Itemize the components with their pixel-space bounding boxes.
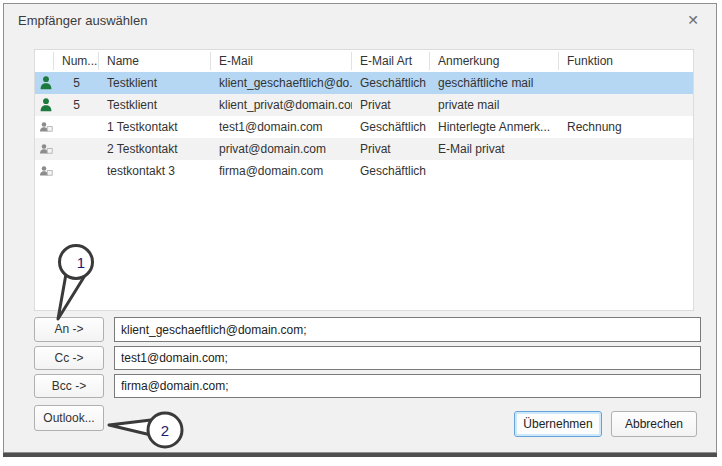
cell-name: Testklient [99, 98, 211, 112]
column-header-email[interactable]: E-Mail [211, 52, 352, 70]
table-row[interactable]: testkontakt 3 firma@domain.com Geschäftl… [35, 160, 693, 182]
callout-2: 2 [109, 413, 182, 447]
outlook-button[interactable]: Outlook... [34, 405, 104, 431]
client-green-icon [38, 75, 54, 91]
cell-anmerkung: geschäftliche mail [430, 76, 559, 90]
contact-gray-icon [38, 163, 54, 179]
cell-email: test1@domain.com [211, 120, 352, 134]
cell-anmerkung: Hinterlegte Anmerk... [430, 120, 559, 134]
cc-button[interactable]: Cc -> [34, 346, 104, 370]
column-header-name[interactable]: Name [99, 52, 211, 70]
cancel-button[interactable]: Abbrechen [611, 411, 697, 437]
cell-email: firma@domain.com [211, 164, 352, 178]
cell-num: 5 [54, 98, 99, 112]
cell-name: Testklient [99, 76, 211, 90]
window-title: Empfänger auswählen [18, 13, 147, 28]
cell-email-art: Geschäftlich [352, 120, 430, 134]
client-green-icon [38, 97, 54, 113]
callout-2-label: 2 [161, 422, 169, 439]
column-header-anmerkung[interactable]: Anmerkung [430, 52, 559, 70]
cell-email-art: Privat [352, 142, 430, 156]
bcc-button[interactable]: Bcc -> [34, 374, 104, 398]
cell-funktion: Rechnung [559, 120, 693, 134]
screen: Empfänger auswählen ✕ Num... Name E-Mail… [0, 0, 722, 466]
an-button[interactable]: An -> [34, 317, 104, 342]
column-header-num[interactable]: Num... [54, 52, 99, 70]
contact-gray-icon [38, 119, 54, 135]
cell-email-art: Geschäftlich [352, 76, 430, 90]
apply-button[interactable]: Übernehmen [514, 411, 602, 437]
cell-email-art: Privat [352, 98, 430, 112]
table-header: Num... Name E-Mail E-Mail Art Anmerkung … [35, 50, 693, 72]
title-bar: Empfänger auswählen ✕ [4, 4, 716, 36]
column-header-icon[interactable] [35, 52, 54, 70]
cell-anmerkung: private mail [430, 98, 559, 112]
cell-name: 2 Testkontakt [99, 142, 211, 156]
cell-email-art: Geschäftlich [352, 164, 430, 178]
cc-field[interactable] [114, 346, 701, 370]
cell-email: privat@domain.com [211, 142, 352, 156]
table-row[interactable]: 5 Testklient klient_privat@domain.com Pr… [35, 94, 693, 116]
table-row[interactable]: 2 Testkontakt privat@domain.com Privat E… [35, 138, 693, 160]
column-header-email-art[interactable]: E-Mail Art [352, 52, 430, 70]
cell-name: testkontakt 3 [99, 164, 211, 178]
close-icon[interactable]: ✕ [684, 11, 702, 29]
cell-email: klient_privat@domain.com [211, 98, 352, 112]
dialog-window: Empfänger auswählen ✕ Num... Name E-Mail… [3, 3, 717, 453]
cell-email: klient_geschaeftlich@do... [211, 76, 352, 90]
cell-name: 1 Testkontakt [99, 120, 211, 134]
bcc-field[interactable] [114, 374, 701, 398]
an-field[interactable] [114, 317, 701, 342]
table-row[interactable]: 1 Testkontakt test1@domain.com Geschäftl… [35, 116, 693, 138]
column-header-funktion[interactable]: Funktion [559, 52, 693, 70]
recipient-table: Num... Name E-Mail E-Mail Art Anmerkung … [34, 49, 694, 311]
cell-anmerkung: E-Mail privat [430, 142, 559, 156]
cell-num: 5 [54, 76, 99, 90]
table-row[interactable]: 5 Testklient klient_geschaeftlich@do... … [35, 72, 693, 94]
contact-gray-icon [38, 141, 54, 157]
